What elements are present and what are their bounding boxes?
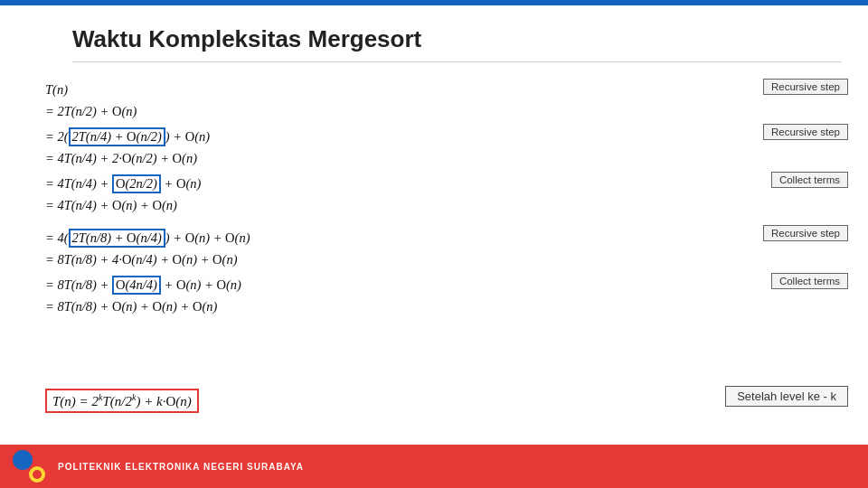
- institution-label: POLITEKNIK ELEKTRONIKA NEGERI SURABAYA: [51, 462, 304, 472]
- top-accent-bar: [0, 0, 868, 5]
- math-line-10: = 8T(n/8) + O(n) + O(n) + O(n): [45, 299, 217, 314]
- final-formula: T(n) = 2kT(n/2k) + k·O(n): [45, 389, 199, 413]
- math-line-6: = 4T(n/4) + O(n) + O(n): [45, 198, 177, 213]
- logo-area: POLITEKNIK ELEKTRONIKA NEGERI SURABAYA: [0, 450, 304, 483]
- annotation-collect-terms-1: Collect terms: [771, 172, 848, 188]
- math-line-1: T(n): [45, 82, 68, 98]
- page-title: Waktu Kompleksitas Mergesort: [72, 25, 421, 53]
- math-line-8: = 8T(n/8) + 4·O(n/4) + O(n) + O(n): [45, 252, 237, 267]
- annotation-recursive-step-3: Recursive step: [763, 225, 848, 241]
- math-line-9: = 8T(n/8) + O(4n/4) + O(n) + O(n): [45, 276, 241, 295]
- math-line-3: = 2(2T(n/4) + O(n/2)) + O(n): [45, 127, 210, 146]
- slide: Waktu Kompleksitas Mergesort T(n) Recurs…: [0, 0, 868, 488]
- setelah-level-badge: Setelah level ke - k: [725, 386, 848, 407]
- content-area: T(n) Recursive step = 2T(n/2) + O(n) = 2…: [0, 68, 868, 456]
- math-line-5: = 4T(n/4) + O(2n/2) + O(n): [45, 174, 201, 193]
- math-line-4: = 4T(n/4) + 2·O(n/2) + O(n): [45, 151, 197, 166]
- annotation-recursive-step-1: Recursive step: [763, 79, 848, 95]
- annotation-collect-terms-2: Collect terms: [771, 273, 848, 289]
- math-line-7: = 4(2T(n/8) + O(n/4)) + O(n) + O(n): [45, 229, 250, 248]
- math-line-2: = 2T(n/2) + O(n): [45, 104, 137, 119]
- bottom-bar: POLITEKNIK ELEKTRONIKA NEGERI SURABAYA: [0, 445, 868, 488]
- title-divider: [72, 61, 841, 62]
- annotation-recursive-step-2: Recursive step: [763, 124, 848, 140]
